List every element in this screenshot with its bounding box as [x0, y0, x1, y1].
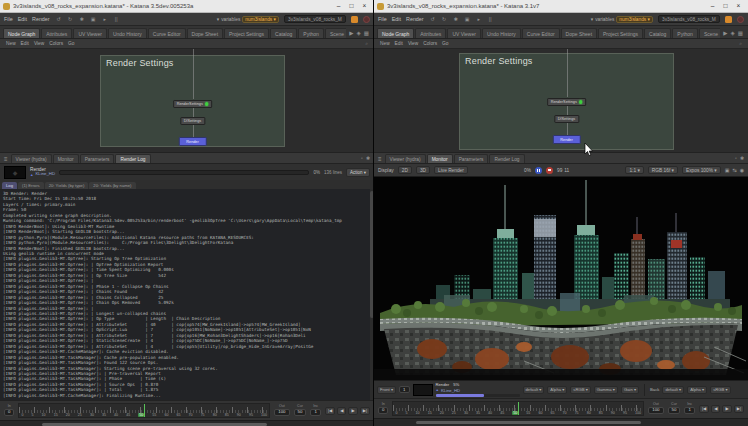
transport-button[interactable]: ▶| — [734, 405, 744, 413]
pane-tab[interactable]: Viewer (hydra) — [11, 154, 52, 163]
render-thumbnail[interactable]: ◆ — [4, 166, 26, 179]
nodegraph-menu-item[interactable]: Go — [68, 41, 74, 46]
tab-overflow-icon[interactable]: ▶ — [349, 30, 353, 36]
view-2d-button[interactable]: 2D — [398, 166, 412, 174]
zoom-level-dropdown[interactable]: 1:1 ▾ — [625, 166, 643, 174]
variables-value[interactable]: num3islands ▾ — [616, 16, 653, 23]
buffer-option-dropdown[interactable]: Gamma ▾ — [594, 386, 618, 394]
main-tab[interactable]: Curve Editor — [148, 28, 186, 38]
timeline-out-field[interactable]: 100 — [274, 409, 289, 416]
node-graph-canvas[interactable]: Render Settings RenderSettings DlSetting… — [374, 49, 748, 152]
buffer-frame-field[interactable]: 1 — [399, 386, 409, 393]
main-tab[interactable]: Scene — [699, 28, 720, 38]
node-render[interactable]: Render — [552, 135, 580, 144]
log-tab[interactable]: (1) Errors — [18, 182, 44, 189]
swap-buffers-icon[interactable]: ↹ — [732, 167, 736, 173]
nodegraph-menu-item[interactable]: Colors — [49, 41, 63, 46]
compare-icon[interactable]: ▣ — [725, 167, 730, 173]
backdrop-node[interactable]: Render Settings RenderSettings DlSetting… — [100, 55, 285, 147]
main-tab[interactable]: UV Viewer — [73, 28, 107, 38]
playhead-marker[interactable] — [144, 404, 145, 417]
gear-icon[interactable]: ✱ — [452, 16, 460, 22]
pause-icon[interactable] — [535, 167, 542, 174]
menu-item[interactable]: File — [378, 16, 387, 22]
buffer-option-dropdown[interactable]: Alpha ▾ — [547, 386, 567, 394]
view-3d-button[interactable]: 3D — [416, 166, 430, 174]
split-pane-icon[interactable]: ▫ — [361, 155, 363, 161]
pane-tab[interactable]: Render Log — [115, 154, 150, 163]
close-button[interactable]: × — [358, 0, 371, 12]
scene-name-field[interactable]: 3v3islands_v08_rocks_M — [284, 15, 346, 23]
record-icon[interactable] — [363, 16, 370, 23]
render-icon[interactable]: ▸ — [475, 16, 483, 22]
exposure-dropdown[interactable]: Expos 100% ▾ — [682, 166, 721, 174]
render-status-icon[interactable] — [351, 16, 358, 23]
layout-icon[interactable]: ▦ — [364, 30, 369, 36]
render-log-output[interactable]: 3D Render: RenderStart Time: Fri Dec 15 … — [0, 189, 374, 400]
front-buffer-dropdown[interactable]: Front ▾ — [377, 386, 396, 394]
undo-icon[interactable]: ↺ — [429, 16, 437, 22]
view-flag-icon[interactable] — [579, 100, 583, 104]
node-rendersettings[interactable]: RenderSettings — [547, 98, 587, 106]
node-dlsettings[interactable]: DlSettings — [554, 115, 579, 123]
graph-state-variables[interactable]: ▾ variables num3islands ▾ — [217, 16, 279, 23]
transport-button[interactable]: ▶ — [722, 405, 731, 413]
snapshot-icon[interactable]: ▣ — [89, 16, 97, 22]
graph-state-variables[interactable]: ▾ variables num3islands ▾ — [591, 16, 653, 23]
main-tab[interactable]: Python — [672, 28, 698, 38]
nodegraph-menu-item[interactable]: View — [408, 41, 418, 46]
buffer-option-dropdown[interactable]: default ▾ — [523, 386, 545, 394]
timeline-in-field[interactable]: 0 — [378, 407, 388, 414]
undo-icon[interactable]: ↺ — [55, 16, 63, 22]
transport-button[interactable]: |◀ — [325, 407, 335, 415]
nodegraph-menu-item[interactable]: New — [6, 41, 16, 46]
main-tab[interactable]: Curve Editor — [522, 28, 560, 38]
snapshot-icon[interactable]: ▣ — [463, 16, 471, 22]
transport-button[interactable]: ▶ — [348, 407, 357, 415]
log-tab[interactable]: 20: Yields (by name) — [89, 182, 135, 189]
buffer-option-dropdown[interactable]: default ▾ — [662, 386, 684, 394]
split-pane-icon[interactable]: ▫ — [735, 155, 737, 161]
buffer-option-dropdown[interactable]: sRGB ▾ — [710, 386, 730, 394]
transport-button[interactable]: ◀ — [337, 407, 346, 415]
scene-name-field[interactable]: 3v3islands_v08_rocks_M — [658, 15, 720, 23]
menu-item[interactable]: Edit — [18, 16, 27, 22]
timeline-in-field[interactable]: 0 — [4, 409, 14, 416]
node-rendersettings[interactable]: RenderSettings — [173, 100, 213, 108]
main-tab[interactable]: Node Graph — [3, 28, 40, 38]
buffer-option-dropdown[interactable]: Alpha ▾ — [687, 386, 707, 394]
render-icon[interactable]: ▸ — [101, 16, 109, 22]
log-tab[interactable]: Log — [2, 182, 17, 189]
close-button[interactable]: × — [732, 0, 745, 12]
timeline-increment-field[interactable]: 1 — [684, 407, 694, 414]
main-tab[interactable]: Attributes — [415, 28, 446, 38]
main-tab[interactable]: Attributes — [41, 28, 72, 38]
timeline-current-field[interactable]: 50 — [294, 409, 307, 416]
node-graph-canvas[interactable]: Render Settings RenderSettings DlSetting… — [0, 49, 374, 152]
variables-value[interactable]: num3islands ▾ — [242, 16, 279, 23]
transport-button[interactable]: ▶| — [360, 407, 370, 415]
pane-tab[interactable]: Render Log — [489, 154, 524, 163]
pane-tab[interactable]: Parameters — [80, 154, 115, 163]
main-tab[interactable]: Python — [298, 28, 324, 38]
main-tab[interactable]: Node Graph — [377, 28, 414, 38]
timeline-zoom-bar[interactable] — [416, 421, 641, 424]
render-status-icon[interactable] — [725, 16, 732, 23]
backdrop-node[interactable]: Render Settings RenderSettings DlSetting… — [459, 53, 674, 150]
nodegraph-menu-item[interactable]: Go — [442, 41, 448, 46]
layout-icon[interactable]: ▦ — [738, 30, 743, 36]
live-render-button[interactable]: Live Render — [434, 166, 468, 174]
record-icon[interactable] — [737, 16, 744, 23]
redo-icon[interactable]: ↻ — [66, 16, 74, 22]
menu-item[interactable]: Render — [406, 16, 424, 22]
pane-tab[interactable]: Parameters — [454, 154, 489, 163]
pin-icon[interactable]: ◈ — [357, 30, 361, 36]
main-tab[interactable]: Project Settings — [598, 28, 643, 38]
timeline-zoom-bar[interactable] — [42, 423, 267, 426]
pause-render-icon[interactable]: || — [486, 16, 494, 22]
playhead-marker[interactable] — [518, 402, 519, 415]
pane-menu-icon[interactable]: ≡ — [376, 156, 385, 163]
buffer-pass[interactable]: ▲ KLine_HD — [436, 388, 520, 393]
magnify-icon[interactable]: ⌕ — [365, 40, 368, 47]
main-tab[interactable]: Catalog — [644, 28, 671, 38]
